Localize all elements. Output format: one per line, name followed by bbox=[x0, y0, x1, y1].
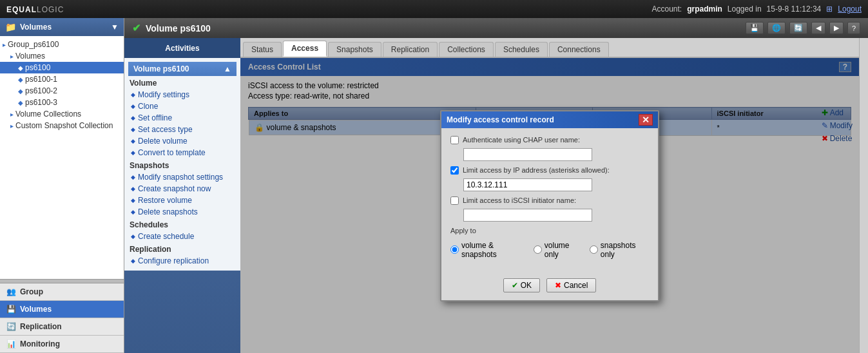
ip-checkbox[interactable] bbox=[450, 166, 459, 175]
activities-subpanel: Volume ps6100 ▲ Volume ◆Modify settings … bbox=[124, 58, 240, 271]
radio-snapshots-only[interactable] bbox=[590, 245, 598, 254]
logo-text: EQUALLOGIC bbox=[6, 5, 64, 14]
logged-in-label: Logged in bbox=[728, 5, 762, 14]
tree-collections-label: Volume Collections bbox=[15, 110, 81, 119]
dialog-footer: ✔ OK ✖ Cancel bbox=[441, 274, 658, 300]
iscsi-input[interactable] bbox=[463, 209, 592, 222]
chap-row: Authenticate using CHAP user name: bbox=[450, 136, 649, 161]
cancel-label: Cancel bbox=[564, 281, 588, 290]
tab-schedules[interactable]: Schedules bbox=[495, 42, 548, 57]
action-clone[interactable]: ◆Clone bbox=[128, 100, 236, 112]
radio-snap-only: snapshots only bbox=[590, 241, 649, 259]
nav-replication-label: Replication bbox=[20, 322, 62, 331]
account-info-bar: Account: grpadmin Logged in 15-9-8 11:12… bbox=[651, 5, 862, 14]
left-sidebar: 📁 Volumes ▼ ▸ Group_ps6100 ▸ Volumes ◆ p… bbox=[0, 18, 124, 353]
nav-group-label: Group bbox=[20, 287, 43, 296]
tab-collections[interactable]: Collections bbox=[439, 42, 494, 57]
ip-checkbox-row: Limit access by IP address (asterisks al… bbox=[450, 166, 649, 175]
radio-vol-snap: volume & snapshots bbox=[450, 241, 527, 259]
dialog-close-btn[interactable]: ✕ bbox=[639, 114, 653, 126]
content-header: ✔ Volume ps6100 💾 🌐 🔄 ◀ ▶ ? bbox=[124, 18, 868, 38]
toolbar-sync-btn[interactable]: 🔄 bbox=[789, 22, 807, 34]
tree-item-ps6100-3[interactable]: ◆ ps6100-3 bbox=[0, 97, 124, 108]
tree-item-ps6100-2[interactable]: ◆ ps6100-2 bbox=[0, 85, 124, 97]
apply-to-label: Apply to bbox=[450, 227, 649, 234]
tree-item-ps6100-1[interactable]: ◆ ps6100-1 bbox=[0, 73, 124, 85]
radio-volume-only[interactable] bbox=[534, 245, 542, 254]
nav-group[interactable]: 👥 Group bbox=[0, 283, 124, 301]
radio-vol-only: volume only bbox=[534, 241, 583, 259]
action-convert-template[interactable]: ◆Convert to template bbox=[128, 147, 236, 158]
activities-collapse-icon[interactable]: ▲ bbox=[224, 64, 231, 73]
right-content: Status Access Snapshots Replication Coll… bbox=[240, 38, 859, 353]
tree-custom-snapshot[interactable]: ▸ Custom Snapshot Collection bbox=[0, 120, 124, 131]
tree-group-ps6100[interactable]: ▸ Group_ps6100 bbox=[0, 39, 124, 50]
action-restore-volume[interactable]: ◆Restore volume bbox=[128, 195, 236, 206]
tree-area: ▸ Group_ps6100 ▸ Volumes ◆ ps6100 ◆ ps61… bbox=[0, 36, 124, 279]
tree-volumes[interactable]: ▸ Volumes bbox=[0, 50, 124, 62]
tab-access[interactable]: Access bbox=[283, 41, 327, 57]
bottom-nav: 👥 Group 💾 Volumes 🔄 Replication 📊 Monito… bbox=[0, 283, 124, 353]
action-set-offline[interactable]: ◆Set offline bbox=[128, 112, 236, 124]
action-create-snapshot[interactable]: ◆Create snapshot now bbox=[128, 183, 236, 195]
section-replication: Replication bbox=[128, 242, 236, 255]
dialog-body: Authenticate using CHAP user name: Limit… bbox=[441, 128, 658, 274]
nav-monitoring[interactable]: 📊 Monitoring bbox=[0, 336, 124, 353]
sidebar-title: Volumes bbox=[20, 23, 52, 32]
toolbar-back-btn[interactable]: ◀ bbox=[811, 22, 825, 34]
tree-volume-collections[interactable]: ▸ Volume Collections bbox=[0, 108, 124, 120]
activities-volume-label: Volume ps6100 bbox=[133, 64, 189, 73]
cancel-icon: ✖ bbox=[555, 281, 561, 290]
toolbar-forward-btn[interactable]: ▶ bbox=[829, 22, 844, 34]
toolbar-help-btn[interactable]: ? bbox=[847, 22, 860, 34]
action-delete-snapshots[interactable]: ◆Delete snapshots bbox=[128, 206, 236, 218]
radio-volume-snapshots[interactable] bbox=[450, 245, 459, 254]
section-volume: Volume bbox=[128, 76, 236, 89]
dialog-ok-btn[interactable]: ✔ OK bbox=[503, 278, 540, 292]
tab-connections[interactable]: Connections bbox=[549, 42, 609, 57]
app-logo: EQUALLOGIC bbox=[6, 3, 64, 15]
acl-panel: Access Control List ? iSCSI access to th… bbox=[240, 58, 859, 353]
dialog-cancel-btn[interactable]: ✖ Cancel bbox=[546, 278, 596, 292]
tab-replication[interactable]: Replication bbox=[383, 42, 438, 57]
header-left: ✔ Volume ps6100 bbox=[132, 22, 211, 34]
logo-equal: EQUAL bbox=[6, 5, 37, 14]
activities-header: Activities bbox=[124, 38, 240, 58]
section-schedules: Schedules bbox=[128, 218, 236, 231]
tree-volumes-label: Volumes bbox=[15, 52, 45, 61]
iscsi-checkbox[interactable] bbox=[450, 196, 459, 205]
radio-vol-snap-label: volume & snapshots bbox=[461, 241, 527, 259]
logo-logic: LOGIC bbox=[37, 5, 64, 14]
activities-title: Activities bbox=[165, 44, 199, 53]
chap-label: Authenticate using CHAP user name: bbox=[463, 136, 580, 144]
chap-checkbox[interactable] bbox=[450, 136, 459, 144]
toolbar-save-btn[interactable]: 💾 bbox=[746, 22, 764, 34]
action-modify-settings[interactable]: ◆Modify settings bbox=[128, 89, 236, 100]
tab-status[interactable]: Status bbox=[243, 42, 282, 57]
tree-ps6100-2-label: ps6100-2 bbox=[25, 86, 57, 95]
ip-input[interactable] bbox=[463, 178, 592, 191]
nav-volumes[interactable]: 💾 Volumes bbox=[0, 301, 124, 318]
ok-label: OK bbox=[521, 281, 532, 290]
logout-button[interactable]: Logout bbox=[838, 5, 862, 14]
chap-checkbox-row: Authenticate using CHAP user name: bbox=[450, 136, 649, 144]
action-create-schedule[interactable]: ◆Create schedule bbox=[128, 231, 236, 242]
sidebar-menu-icon[interactable]: ▼ bbox=[111, 23, 119, 32]
action-configure-replication[interactable]: ◆Configure replication bbox=[128, 255, 236, 267]
check-icon: ✔ bbox=[132, 22, 140, 34]
ok-icon: ✔ bbox=[512, 281, 518, 290]
action-set-access-type[interactable]: ◆Set access type bbox=[128, 124, 236, 135]
action-delete-volume[interactable]: ◆Delete volume bbox=[128, 135, 236, 147]
right-scrollbar[interactable] bbox=[859, 38, 868, 353]
tree-ps6100-1-label: ps6100-1 bbox=[25, 75, 57, 84]
chap-input[interactable] bbox=[463, 148, 592, 161]
toolbar-refresh-btn[interactable]: 🌐 bbox=[767, 22, 786, 34]
iscsi-label: Limit access to iSCSI initiator name: bbox=[463, 196, 576, 204]
tree-ps6100-label: ps6100 bbox=[25, 63, 50, 72]
account-label: Account: bbox=[651, 5, 682, 14]
tree-item-ps6100[interactable]: ◆ ps6100 bbox=[0, 62, 124, 73]
action-modify-snapshot[interactable]: ◆Modify snapshot settings bbox=[128, 171, 236, 183]
tree-group-label: Group_ps6100 bbox=[8, 40, 59, 49]
tab-snapshots[interactable]: Snapshots bbox=[328, 42, 381, 57]
nav-replication[interactable]: 🔄 Replication bbox=[0, 318, 124, 336]
